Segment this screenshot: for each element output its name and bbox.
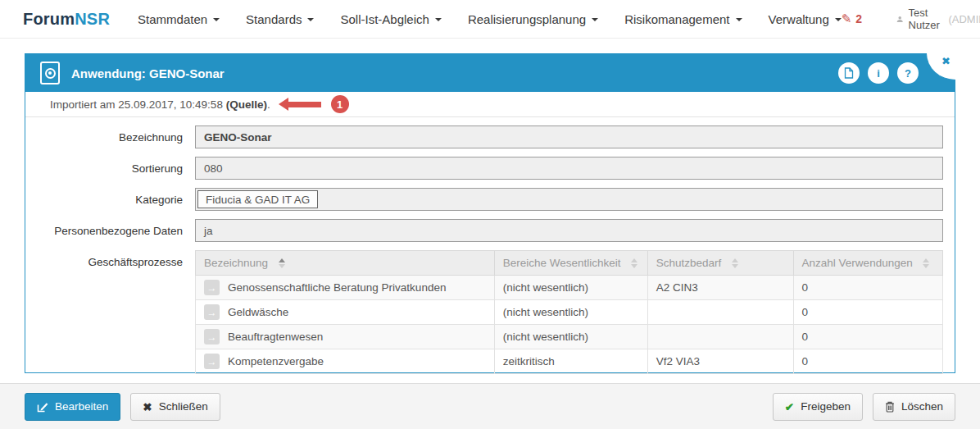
column-header-bezeichnung[interactable]: Bezeichnung: [196, 251, 495, 276]
form-row-personenbezogene-daten: Personenbezogene Daten ja: [25, 219, 955, 242]
release-button[interactable]: ✔ Freigeben: [773, 393, 863, 421]
top-navbar: ForumNSR Stammdaten Standards Soll-Ist-A…: [0, 0, 980, 39]
open-row-button[interactable]: →: [204, 304, 220, 320]
sort-icon: [923, 258, 929, 268]
pending-edits-counter[interactable]: ✎ 2: [842, 11, 862, 26]
sort-icon: [279, 258, 285, 268]
table-row: → Genossenschaftliche Beratung Privatkun…: [196, 276, 943, 300]
row-verwendungen: 0: [793, 325, 942, 349]
table-row: → Geldwäsche (nicht wesentlich) 0: [196, 300, 943, 325]
column-label: Bezeichnung: [204, 257, 268, 269]
delete-button[interactable]: Löschen: [873, 393, 955, 421]
chevron-down-icon: [835, 18, 842, 21]
field-label: Kategorie: [25, 194, 183, 206]
sortierung-field: 080: [195, 157, 943, 180]
nav-item-label: Standards: [246, 12, 302, 26]
row-verwendungen: 0: [793, 276, 942, 300]
kategorie-token: Fiducia & GAD IT AG: [197, 190, 318, 208]
row-bezeichnung: Genossenschaftliche Beratung Privatkunde…: [228, 281, 446, 294]
navbar-right: ✎ 2 Test Nutzer (ADMINISTRATOR): [842, 7, 980, 31]
field-label: Geschäftsprozesse: [25, 250, 183, 268]
chevron-down-icon: [592, 18, 598, 21]
row-verwendungen: 0: [793, 300, 942, 325]
trash-icon: [885, 401, 895, 413]
user-menu[interactable]: Test Nutzer (ADMINISTRATOR): [896, 7, 980, 31]
kategorie-field: Fiducia & GAD IT AG: [195, 188, 943, 211]
field-label: Bezeichnung: [25, 131, 183, 144]
application-sonar-icon: [40, 62, 60, 84]
check-icon: ✔: [785, 400, 794, 413]
help-icon[interactable]: ?: [897, 62, 919, 84]
column-label: Bereiche Wesentlichkeit: [503, 257, 621, 269]
form-row-sortierung: Sortierung 080: [25, 157, 955, 180]
help-glyph: ?: [905, 67, 911, 80]
edit-icon: [37, 401, 48, 413]
arrow-right-icon: →: [207, 282, 217, 294]
nav-item-realisierungsplanung[interactable]: Realisierungsplanung: [468, 12, 598, 26]
open-row-button[interactable]: →: [204, 354, 220, 369]
column-header-schutzbedarf[interactable]: Schutzbedarf: [647, 251, 793, 276]
form-row-kategorie: Kategorie Fiducia & GAD IT AG: [25, 188, 955, 211]
close-button[interactable]: ✖ Schließen: [130, 393, 220, 421]
column-label: Anzahl Verwendungen: [802, 257, 913, 269]
nav-item-label: Soll-Ist-Abgleich: [340, 12, 429, 26]
close-icon: ✖: [143, 400, 152, 413]
nav-item-label: Verwaltung: [769, 12, 829, 26]
footer-left-buttons: Bearbeiten ✖ Schließen: [25, 393, 220, 421]
chevron-down-icon: [435, 18, 442, 21]
import-note: Importiert am 25.09.2017, 10:49:58 (Quel…: [50, 98, 270, 111]
annotation-arrow: [279, 98, 321, 111]
row-wesentlichkeit: (nicht wesentlich): [494, 300, 647, 325]
chevron-down-icon: [307, 18, 314, 21]
bezeichnung-field: GENO-Sonar: [195, 126, 943, 148]
edit-button[interactable]: Bearbeiten: [25, 393, 120, 421]
row-wesentlichkeit: (nicht wesentlich): [494, 325, 647, 349]
row-schutzbedarf: A2 CIN3: [647, 276, 793, 300]
nav-item-risikomanagement[interactable]: Risikomanagement: [624, 12, 742, 26]
arrow-right-icon: →: [207, 331, 217, 343]
row-bezeichnung: Kompetenzvergabe: [228, 355, 324, 367]
close-panel-corner[interactable]: ✖: [926, 53, 955, 80]
form-row-bezeichnung: Bezeichnung GENO-Sonar: [25, 126, 955, 148]
user-name: Test Nutzer: [909, 7, 944, 31]
row-schutzbedarf: [647, 300, 793, 325]
geschaeftsprozesse-table: Bezeichnung Bereiche Wesentlichkeit Schu…: [195, 250, 943, 374]
table-row: → Kompetenzvergabe zeitkritisch Vf2 VIA3…: [196, 349, 943, 374]
info-glyph: i: [877, 67, 880, 80]
arrow-right-icon: →: [207, 356, 217, 367]
import-note-row: Importiert am 25.09.2017, 10:49:58 (Quel…: [25, 92, 955, 117]
chevron-down-icon: [213, 18, 220, 21]
form-row-geschaeftsprozesse: Geschäftsprozesse Bezeichnung Bereiche W…: [25, 250, 955, 374]
row-wesentlichkeit: zeitkritisch: [494, 349, 647, 374]
edit-button-label: Bearbeiten: [55, 400, 108, 413]
nav-item-label: Risikomanagement: [624, 12, 729, 26]
row-verwendungen: 0: [793, 349, 942, 374]
row-wesentlichkeit: (nicht wesentlich): [494, 276, 647, 300]
column-header-anzahl-verwendungen[interactable]: Anzahl Verwendungen: [793, 251, 942, 276]
app-logo[interactable]: ForumNSR: [23, 10, 110, 29]
column-label: Schutzbedarf: [656, 257, 722, 269]
pdf-export-icon[interactable]: [838, 62, 860, 84]
nav-item-soll-ist-abgleich[interactable]: Soll-Ist-Abgleich: [340, 12, 441, 26]
personenbezogene-daten-field: ja: [195, 219, 943, 242]
column-header-bereiche-wesentlichkeit[interactable]: Bereiche Wesentlichkeit: [494, 251, 647, 276]
info-icon[interactable]: i: [868, 62, 889, 84]
delete-button-label: Löschen: [901, 400, 943, 413]
nav-item-label: Stammdaten: [138, 12, 207, 26]
nav-item-standards[interactable]: Standards: [246, 12, 314, 26]
panel-header-icons: i ?: [838, 62, 919, 84]
user-icon: [896, 14, 903, 25]
main-nav: Stammdaten Standards Soll-Ist-Abgleich R…: [138, 12, 842, 26]
edit-count: 2: [855, 12, 862, 25]
nav-item-stammdaten[interactable]: Stammdaten: [138, 12, 220, 26]
application-form: Bezeichnung GENO-Sonar Sortierung 080 Ka…: [25, 117, 955, 374]
open-row-button[interactable]: →: [204, 280, 220, 295]
field-label: Personenbezogene Daten: [25, 225, 183, 237]
release-button-label: Freigeben: [801, 400, 851, 413]
open-row-button[interactable]: →: [204, 329, 220, 345]
nav-item-verwaltung[interactable]: Verwaltung: [769, 12, 842, 26]
row-schutzbedarf: Vf2 VIA3: [647, 349, 793, 374]
row-bezeichnung: Beauftragtenwesen: [228, 331, 323, 343]
action-footer: Bearbeiten ✖ Schließen ✔ Freigeben Lösch…: [0, 383, 980, 429]
sort-icon: [631, 258, 637, 268]
